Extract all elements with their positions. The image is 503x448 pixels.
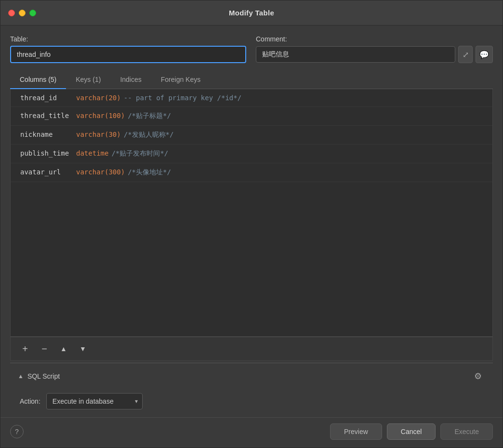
col-name-1: thread_title: [20, 112, 73, 119]
minimize-button[interactable]: [19, 10, 26, 16]
move-up-button[interactable]: ▲: [57, 342, 70, 356]
tabs-bar: Columns (5) Keys (1) Indices Foreign Key…: [10, 71, 493, 89]
tab-columns[interactable]: Columns (5): [10, 71, 66, 89]
tab-indices[interactable]: Indices: [110, 71, 151, 89]
plus-icon: +: [22, 343, 28, 355]
content-area: Table: Comment: ⤢ 💬 Columns (5): [0, 26, 503, 417]
arrow-up-icon: ▲: [60, 345, 67, 353]
col-name-0: thread_id: [20, 94, 73, 102]
table-form-group: Table:: [10, 35, 246, 63]
titlebar: Modify Table: [0, 0, 503, 26]
maximize-button[interactable]: [29, 10, 36, 16]
comment-label: Comment:: [256, 35, 493, 43]
col-comment-3: /*贴子发布时间*/: [111, 149, 168, 158]
columns-area: thread_id varchar(20) -- part of primary…: [10, 89, 493, 337]
action-row: Action: Execute in database Preview SQL …: [10, 389, 493, 417]
cancel-button[interactable]: Cancel: [387, 423, 436, 440]
collapse-arrow-icon[interactable]: ▲: [18, 373, 24, 380]
table-row[interactable]: thread_id varchar(20) -- part of primary…: [11, 89, 492, 107]
col-type-4: varchar(300): [76, 168, 125, 176]
footer: ? Preview Cancel Execute: [0, 417, 503, 448]
tab-keys[interactable]: Keys (1): [66, 71, 110, 89]
col-name-2: nickname: [20, 131, 73, 138]
col-name-4: avatar_url: [20, 168, 73, 176]
help-button[interactable]: ?: [10, 425, 24, 438]
gear-icon: ⚙: [474, 371, 482, 382]
tab-foreign-keys[interactable]: Foreign Keys: [151, 71, 210, 89]
col-type-1: varchar(100): [76, 112, 125, 119]
sql-header-left: ▲ SQL Script: [18, 372, 68, 380]
col-comment-1: /*贴子标题*/: [128, 112, 171, 120]
col-comment-0: -- part of primary key /*id*/: [124, 94, 241, 102]
sql-settings-button[interactable]: ⚙: [471, 369, 485, 383]
col-comment-2: /*发贴人昵称*/: [124, 131, 174, 139]
sql-section-title: SQL Script: [27, 372, 60, 380]
remove-column-button[interactable]: −: [38, 342, 51, 356]
form-row: Table: Comment: ⤢ 💬: [10, 35, 493, 63]
action-label: Action:: [20, 397, 40, 405]
comment-bubble-button[interactable]: 💬: [476, 46, 493, 63]
traffic-lights: [8, 10, 36, 16]
col-type-0: varchar(20): [76, 94, 121, 102]
help-icon: ?: [15, 428, 19, 435]
col-comment-4: /*头像地址*/: [128, 168, 171, 177]
columns-toolbar: + − ▲ ▼: [10, 337, 493, 361]
arrow-down-icon: ▼: [79, 345, 86, 353]
col-name-3: publish_time: [20, 149, 73, 157]
table-row[interactable]: thread_title varchar(100) /*贴子标题*/: [11, 107, 492, 126]
close-button[interactable]: [8, 10, 15, 16]
expand-icon: ⤢: [463, 50, 469, 59]
table-input[interactable]: [10, 46, 246, 63]
sql-section: ▲ SQL Script ⚙ Action: Execute in databa…: [10, 363, 493, 417]
comment-form-group: Comment: ⤢ 💬: [256, 35, 493, 63]
action-select-wrapper: Execute in database Preview SQL Copy to …: [46, 393, 143, 409]
move-down-button[interactable]: ▼: [76, 342, 90, 356]
action-select[interactable]: Execute in database Preview SQL Copy to …: [46, 393, 143, 409]
footer-buttons: Preview Cancel Execute: [330, 423, 493, 440]
table-row[interactable]: avatar_url varchar(300) /*头像地址*/: [11, 163, 492, 182]
comment-input[interactable]: [256, 46, 455, 63]
col-type-2: varchar(30): [76, 131, 121, 138]
col-type-3: datetime: [76, 149, 108, 157]
table-row[interactable]: nickname varchar(30) /*发贴人昵称*/: [11, 126, 492, 145]
table-row[interactable]: publish_time datetime /*贴子发布时间*/: [11, 145, 492, 163]
bubble-icon: 💬: [479, 50, 489, 59]
minus-icon: −: [41, 343, 47, 355]
execute-button[interactable]: Execute: [440, 423, 493, 440]
comment-row: ⤢ 💬: [256, 46, 493, 63]
preview-button[interactable]: Preview: [330, 423, 382, 440]
add-column-button[interactable]: +: [18, 342, 32, 356]
table-label: Table:: [10, 35, 246, 43]
sql-header: ▲ SQL Script ⚙: [10, 363, 493, 389]
modify-table-window: Modify Table Table: Comment: ⤢ 💬: [0, 0, 503, 448]
window-title: Modify Table: [229, 9, 274, 17]
comment-expand-button[interactable]: ⤢: [458, 46, 473, 63]
